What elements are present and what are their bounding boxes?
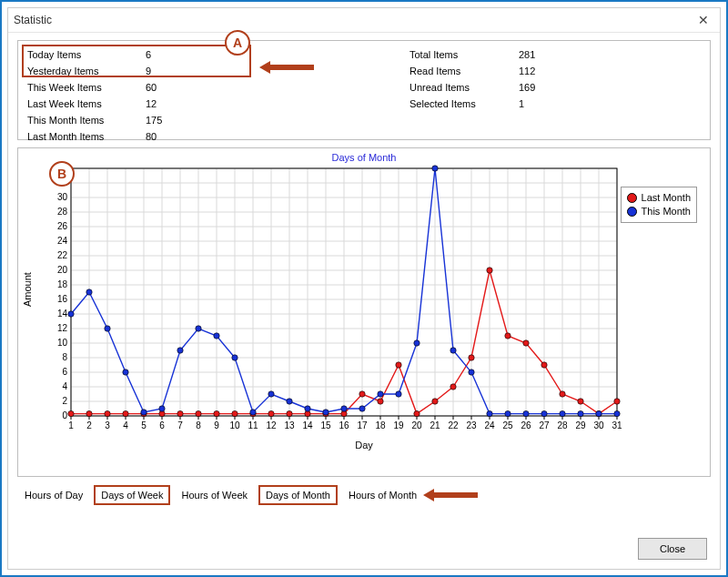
svg-text:32: 32 — [57, 177, 68, 187]
svg-text:21: 21 — [430, 420, 440, 430]
svg-text:12: 12 — [266, 420, 277, 430]
svg-text:5: 5 — [141, 420, 147, 430]
stat-value: 169 — [519, 81, 592, 95]
svg-text:26: 26 — [57, 221, 68, 231]
stat-label: Total Items — [410, 48, 519, 62]
svg-text:28: 28 — [557, 420, 568, 430]
stat-value: 12 — [146, 97, 218, 111]
svg-point-147 — [378, 399, 383, 404]
tab-days-of-month[interactable]: Days of Month — [258, 485, 338, 505]
svg-point-148 — [396, 362, 401, 368]
tab-hours-of-week[interactable]: Hours of Week — [174, 485, 255, 505]
svg-text:11: 11 — [248, 420, 258, 430]
svg-text:18: 18 — [375, 420, 386, 430]
svg-text:13: 13 — [284, 420, 295, 430]
svg-point-180 — [414, 340, 420, 346]
svg-point-136 — [177, 410, 183, 416]
svg-point-154 — [505, 333, 511, 339]
svg-point-163 — [105, 326, 110, 331]
svg-point-178 — [378, 391, 383, 397]
svg-point-179 — [396, 391, 401, 397]
svg-point-185 — [505, 410, 511, 416]
stat-label: Last Week Items — [27, 97, 146, 111]
svg-point-158 — [578, 399, 583, 404]
svg-text:18: 18 — [57, 279, 68, 289]
stats-panel: Today Items Yesterday Items This Week It… — [17, 40, 711, 140]
svg-point-188 — [560, 410, 565, 416]
svg-text:1: 1 — [68, 420, 74, 430]
svg-text:8: 8 — [62, 352, 67, 362]
stat-label: Last Month Items — [27, 130, 146, 144]
stat-label: Yesterday Items — [27, 65, 146, 78]
stat-value: 112 — [519, 65, 592, 78]
svg-text:12: 12 — [57, 323, 68, 333]
svg-point-131 — [86, 410, 92, 416]
chart-legend: Last Month This Month — [621, 187, 697, 223]
svg-point-153 — [487, 268, 492, 273]
svg-point-183 — [469, 369, 474, 375]
svg-point-132 — [105, 410, 110, 416]
svg-point-186 — [523, 410, 529, 416]
svg-text:22: 22 — [448, 420, 459, 430]
stat-label: This Month Items — [27, 114, 146, 127]
svg-text:0: 0 — [62, 410, 67, 420]
svg-point-166 — [159, 406, 165, 411]
svg-text:16: 16 — [57, 294, 68, 304]
svg-text:30: 30 — [57, 192, 68, 202]
svg-point-156 — [541, 362, 547, 368]
tab-hours-of-day[interactable]: Hours of Day — [17, 485, 90, 505]
svg-point-160 — [614, 399, 620, 404]
stat-value: 175 — [146, 114, 218, 127]
tab-hours-of-month[interactable]: Hours of Month — [341, 485, 424, 505]
title-bar: Statistic ✕ — [8, 8, 720, 33]
svg-text:15: 15 — [320, 420, 331, 430]
svg-text:3: 3 — [105, 420, 110, 430]
svg-point-172 — [268, 391, 274, 397]
svg-point-190 — [596, 410, 602, 416]
svg-point-176 — [341, 406, 347, 411]
svg-point-174 — [305, 406, 310, 411]
stat-value: 1 — [519, 97, 592, 111]
tab-days-of-week[interactable]: Days of Week — [94, 485, 170, 505]
svg-text:10: 10 — [57, 338, 68, 348]
svg-text:25: 25 — [502, 420, 513, 430]
svg-text:4: 4 — [123, 420, 128, 430]
svg-text:20: 20 — [411, 420, 422, 430]
svg-text:20: 20 — [57, 265, 68, 275]
chart-tabs: Hours of Day Days of Week Hours of Week … — [17, 484, 711, 506]
svg-text:19: 19 — [393, 420, 404, 430]
stat-label: Read Items — [410, 65, 519, 78]
svg-point-164 — [123, 369, 128, 375]
svg-text:29: 29 — [575, 420, 586, 430]
svg-text:24: 24 — [484, 420, 495, 430]
stat-label: Selected Items — [410, 97, 519, 111]
stat-label: Today Items — [27, 48, 146, 62]
svg-text:28: 28 — [57, 207, 68, 217]
svg-point-150 — [432, 399, 438, 404]
svg-point-130 — [68, 410, 74, 416]
svg-point-152 — [469, 355, 474, 360]
svg-text:14: 14 — [57, 309, 68, 319]
svg-point-168 — [196, 326, 201, 331]
svg-text:6: 6 — [62, 367, 67, 377]
svg-text:6: 6 — [159, 420, 165, 430]
close-icon[interactable]: ✕ — [693, 13, 714, 27]
svg-point-189 — [578, 410, 583, 416]
svg-text:30: 30 — [593, 420, 604, 430]
svg-point-169 — [214, 333, 219, 339]
svg-point-139 — [232, 410, 238, 416]
stat-label: Unread Items — [410, 81, 519, 95]
arrow-tabs — [423, 489, 478, 501]
svg-text:31: 31 — [612, 420, 622, 430]
chart-title: Days of Month — [18, 152, 710, 163]
svg-text:22: 22 — [57, 250, 68, 260]
svg-point-151 — [450, 384, 456, 390]
svg-point-137 — [196, 410, 201, 416]
stat-label: This Week Items — [27, 81, 146, 95]
svg-text:10: 10 — [229, 420, 240, 430]
close-button[interactable]: Close — [638, 538, 707, 560]
stat-value: 6 — [146, 48, 218, 62]
window-title: Statistic — [14, 14, 52, 26]
svg-point-155 — [523, 340, 529, 346]
svg-point-187 — [541, 410, 547, 416]
